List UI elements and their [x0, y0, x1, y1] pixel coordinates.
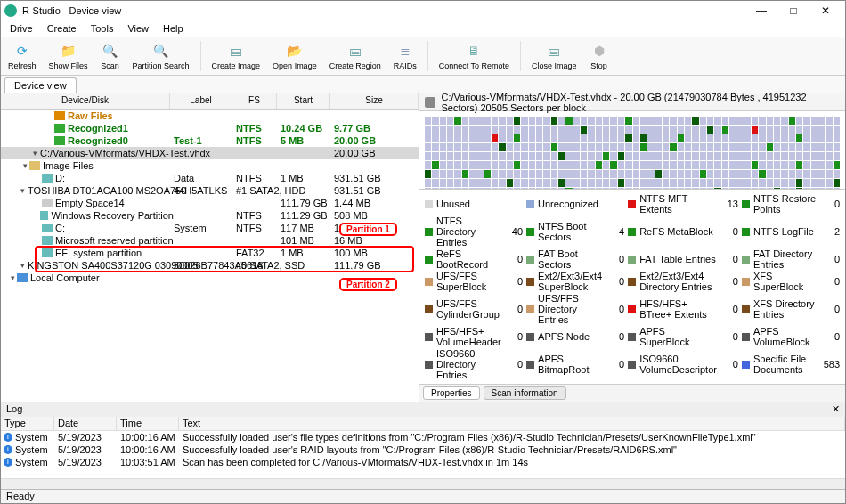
menu-create[interactable]: Create — [42, 22, 82, 35]
block — [707, 117, 713, 125]
create-region-button[interactable]: 🖴Create Region — [326, 41, 385, 70]
tree-row[interactable]: Empty Space14111.79 GB1.44 MB — [1, 197, 419, 209]
col-fs[interactable]: FS — [232, 93, 277, 109]
block — [440, 179, 446, 187]
tab-device-view[interactable]: Device view — [4, 77, 77, 93]
col-start[interactable]: Start — [277, 93, 330, 109]
tab-scan-information[interactable]: Scan information — [484, 386, 566, 400]
legend-label: APFS BitmapRoot — [538, 354, 603, 375]
expander-icon[interactable]: ▾ — [20, 186, 25, 195]
log-col-type[interactable]: Type — [1, 417, 54, 430]
close-image-button[interactable]: 🖴Close Image — [528, 41, 581, 70]
block — [440, 126, 446, 134]
tree-row[interactable]: Raw Files — [1, 110, 419, 122]
col-device[interactable]: Device/Disk — [1, 93, 170, 109]
tree-row[interactable]: ▾KINGSTON SA400S37120G 0309000550026B778… — [1, 259, 419, 272]
log-panel: Log ✕ Type Date Time Text iSystem5/19/20… — [1, 402, 845, 478]
cell-size: 16 MB — [334, 235, 387, 246]
col-label[interactable]: Label — [170, 93, 232, 109]
menu-tools[interactable]: Tools — [85, 22, 119, 35]
log-close-icon[interactable]: ✕ — [832, 403, 840, 416]
scan-button[interactable]: 🔍Scan — [97, 41, 124, 70]
close-button[interactable]: ✕ — [809, 2, 842, 20]
block — [499, 134, 505, 142]
tree-row[interactable]: ▾C:/Various-VMformats/VHDX-Test.vhdx20.0… — [1, 147, 419, 159]
block — [618, 126, 624, 134]
cell-fs: NTFS — [236, 173, 281, 183]
open-image-button[interactable]: 📂Open Image — [269, 41, 321, 70]
block — [803, 126, 809, 134]
maximize-button[interactable]: □ — [777, 2, 809, 20]
legend-item: NTFS MFT Extents13 — [628, 193, 738, 215]
legend-item: ReFS BootRecord0 — [425, 248, 523, 270]
block — [789, 170, 795, 178]
tab-properties[interactable]: Properties — [423, 386, 480, 400]
block — [640, 134, 647, 142]
block — [476, 170, 483, 178]
block — [618, 143, 624, 151]
block — [729, 117, 736, 125]
menu-help[interactable]: Help — [158, 22, 189, 35]
log-col-date[interactable]: Date — [54, 417, 117, 430]
block — [558, 143, 565, 151]
block — [462, 143, 468, 151]
col-size[interactable]: Size — [330, 93, 419, 109]
block — [484, 170, 491, 178]
legend-count: 0 — [505, 359, 523, 370]
stop-button[interactable]: ⬢Stop — [586, 41, 613, 70]
block — [759, 161, 765, 169]
block — [752, 170, 758, 178]
block — [507, 179, 513, 187]
menu-drive[interactable]: Drive — [4, 22, 38, 35]
expander-icon[interactable]: ▾ — [20, 261, 25, 270]
block-map[interactable] — [419, 111, 845, 189]
log-body[interactable]: iSystem5/19/202310:00:16 AMSuccessfully … — [1, 431, 845, 478]
block — [499, 143, 505, 151]
block — [573, 117, 580, 125]
block — [729, 179, 736, 187]
refresh-button[interactable]: ⟳Refresh — [4, 41, 40, 70]
partition-search-button[interactable]: 🔍Partition Search — [129, 41, 193, 70]
tree-row[interactable]: Recognized1NTFS10.24 GB9.77 GB — [1, 122, 419, 134]
tree-row[interactable]: Microsoft reserved partition101 MB16 MB — [1, 234, 419, 247]
toolbar-separator — [200, 41, 201, 71]
connect-remote-button[interactable]: 🖥Connect To Remote — [435, 41, 513, 70]
row-name: Local Computer — [30, 272, 100, 283]
block — [432, 179, 438, 187]
scrollbar-horizontal[interactable] — [1, 478, 845, 489]
log-row[interactable]: iSystem5/19/202310:00:16 AMSuccessfully … — [1, 431, 845, 443]
block — [469, 179, 476, 187]
show-files-button[interactable]: 📁Show Files — [45, 41, 92, 70]
expander-icon[interactable]: ▾ — [20, 161, 29, 170]
log-text: Scan has been completed for C:/Various-V… — [183, 457, 845, 467]
minimize-button[interactable]: — — [745, 2, 777, 20]
block — [647, 126, 654, 134]
expander-icon[interactable]: ▾ — [33, 149, 37, 158]
log-col-text[interactable]: Text — [179, 417, 845, 430]
log-row[interactable]: iSystem5/19/202310:03:51 AMScan has been… — [1, 456, 845, 468]
block — [551, 170, 557, 178]
tree-row[interactable]: Recognized0Test-1NTFS5 MB20.00 GB — [1, 134, 419, 147]
close-image-icon: 🖴 — [544, 41, 564, 61]
tree-row[interactable]: ▾TOSHIBA DT01ACA100 MS2OA75044H5ATLKS#1 … — [1, 184, 419, 197]
block — [499, 179, 505, 187]
log-col-time[interactable]: Time — [117, 417, 179, 430]
menu-view[interactable]: View — [122, 22, 154, 35]
tree-row[interactable]: EFI system partitionFAT321 MB100 MB — [1, 247, 419, 259]
tree-row[interactable]: D:DataNTFS1 MB931.51 GB — [1, 172, 419, 184]
block — [633, 134, 639, 142]
legend-label: APFS VolumeBlock — [753, 326, 818, 347]
raids-button[interactable]: ≣RAIDs — [390, 41, 420, 70]
expander-icon[interactable]: ▾ — [8, 273, 17, 282]
block — [558, 179, 565, 187]
tree-body[interactable]: Raw FilesRecognized1NTFS10.24 GB9.77 GBR… — [1, 110, 419, 402]
block — [678, 179, 684, 187]
block — [826, 152, 832, 160]
block — [573, 126, 580, 134]
create-image-button[interactable]: 🖴Create Image — [208, 41, 264, 70]
block — [774, 126, 780, 134]
cell-fs: NTFS — [236, 210, 281, 221]
tree-row[interactable]: ▾Image Files — [1, 159, 419, 172]
log-row[interactable]: iSystem5/19/202310:00:16 AMSuccessfully … — [1, 443, 845, 456]
tree-row[interactable]: Windows Recovery PartitionNTFS111.29 GB5… — [1, 209, 419, 222]
